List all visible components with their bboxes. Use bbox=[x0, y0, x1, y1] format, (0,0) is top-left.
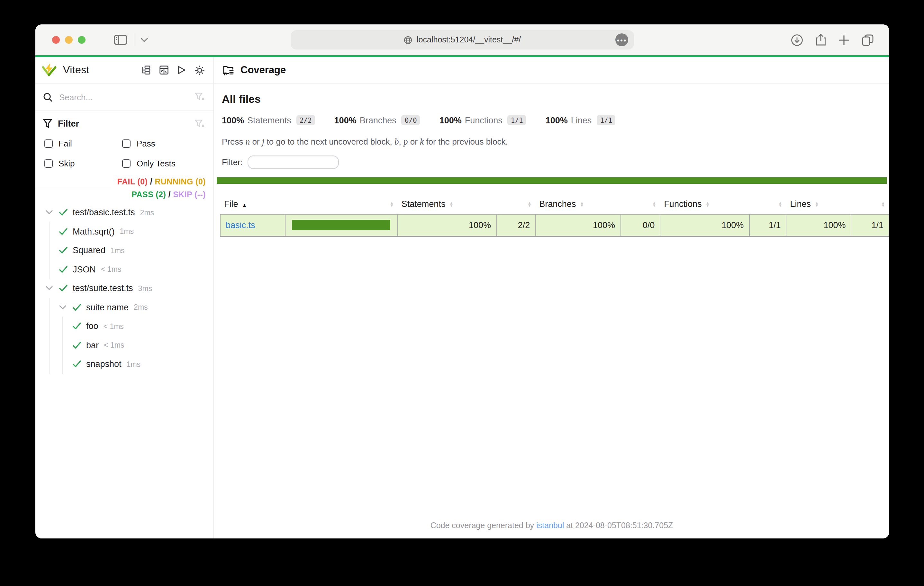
coverage-icon bbox=[223, 64, 234, 76]
group-by-tree-icon[interactable] bbox=[142, 66, 150, 74]
sort-icon: ▲▼ bbox=[778, 202, 782, 207]
tree-item-file[interactable]: test/basic.test.ts 2ms bbox=[46, 203, 213, 222]
duration-label: 2ms bbox=[134, 304, 148, 311]
chevron-down-icon[interactable] bbox=[46, 286, 54, 291]
tab-overview-icon[interactable] bbox=[861, 34, 874, 46]
pass-check-icon bbox=[59, 228, 68, 235]
sidebar-toggle-icon[interactable] bbox=[114, 35, 127, 45]
stat-branches: 100% Branches 0/0 bbox=[334, 115, 420, 125]
chevron-down-icon[interactable] bbox=[59, 305, 68, 310]
coverage-chart-cell bbox=[285, 214, 398, 236]
tree-item-suite[interactable]: suite name 2ms bbox=[46, 298, 213, 317]
duration-label: 3ms bbox=[138, 285, 152, 292]
pass-check-icon bbox=[73, 304, 81, 311]
istanbul-link[interactable]: istanbul bbox=[536, 521, 564, 530]
filter-funnel-icon bbox=[43, 119, 52, 128]
chevron-down-icon[interactable] bbox=[46, 211, 54, 215]
filter-checkbox-fail[interactable]: Fail bbox=[45, 139, 122, 148]
file-link[interactable]: basic.ts bbox=[226, 221, 255, 230]
coverage-status-bar bbox=[217, 177, 887, 184]
column-header-branches-frac[interactable]: ▲▼ bbox=[620, 193, 660, 214]
file-cell: basic.ts bbox=[220, 214, 285, 236]
filter-checkbox-only-tests[interactable]: Only Tests bbox=[122, 159, 205, 168]
dashboard-icon[interactable] bbox=[160, 66, 168, 74]
pass-count: PASS (2) bbox=[132, 190, 166, 199]
filter-checkbox-pass[interactable]: Pass bbox=[122, 139, 205, 148]
statements-frac-cell: 2/2 bbox=[497, 214, 535, 236]
functions-pct-cell: 100% bbox=[660, 214, 749, 236]
filter-label: Filter: bbox=[222, 157, 243, 167]
fraction-badge: 0/0 bbox=[401, 115, 420, 125]
coverage-filter-input[interactable] bbox=[247, 155, 338, 169]
sort-icon: ▲▼ bbox=[705, 202, 710, 207]
column-header-chart[interactable]: ▲▼ bbox=[285, 193, 398, 214]
share-icon[interactable] bbox=[815, 33, 826, 46]
checkbox[interactable] bbox=[122, 160, 131, 168]
pass-check-icon bbox=[59, 209, 68, 216]
minimize-window-button[interactable] bbox=[65, 36, 73, 44]
toolbar-separator bbox=[134, 33, 134, 46]
run-all-icon[interactable] bbox=[177, 66, 186, 74]
fraction-badge: 1/1 bbox=[597, 115, 615, 125]
column-header-branches[interactable]: Branches▲▼ bbox=[535, 193, 620, 214]
pass-check-icon bbox=[59, 266, 68, 273]
sort-icon: ▲▼ bbox=[652, 202, 657, 207]
functions-frac-cell: 1/1 bbox=[749, 214, 786, 236]
checkbox[interactable] bbox=[45, 140, 53, 148]
tree-item-test[interactable]: foo < 1ms bbox=[46, 317, 213, 336]
column-header-file[interactable]: File▲ bbox=[220, 193, 285, 214]
address-bar[interactable]: localhost:51204/__vitest__/#/ ●●● bbox=[290, 30, 634, 49]
pass-check-icon bbox=[73, 342, 81, 349]
checkbox[interactable] bbox=[45, 160, 53, 168]
tree-item-test[interactable]: snapshot 1ms bbox=[46, 355, 213, 374]
column-header-functions[interactable]: Functions▲▼ bbox=[660, 193, 749, 214]
column-header-functions-frac[interactable]: ▲▼ bbox=[749, 193, 786, 214]
zoom-window-button[interactable] bbox=[78, 36, 86, 44]
tree-item-test[interactable]: Math.sqrt() 1ms bbox=[46, 222, 213, 241]
stat-lines: 100% Lines 1/1 bbox=[546, 115, 615, 125]
report-heading: All files bbox=[222, 93, 889, 106]
keyboard-hint: Press n or j to go to the next uncovered… bbox=[222, 137, 889, 147]
tree-item-test[interactable]: Squared 1ms bbox=[46, 241, 213, 260]
browser-toolbar: localhost:51204/__vitest__/#/ ●●● bbox=[35, 25, 889, 55]
tab-title: Coverage bbox=[241, 64, 286, 76]
sort-ascending-icon: ▲ bbox=[242, 202, 247, 208]
column-header-statements[interactable]: Statements▲▼ bbox=[398, 193, 497, 214]
duration-label: < 1ms bbox=[101, 266, 121, 273]
duration-label: 1ms bbox=[127, 360, 140, 368]
globe-icon bbox=[404, 36, 412, 44]
coverage-panel: Coverage All files 100% Statements 2/2 1… bbox=[214, 57, 889, 538]
clear-filter-icon[interactable] bbox=[195, 92, 205, 102]
branches-frac-cell: 0/0 bbox=[620, 214, 660, 236]
column-header-lines-frac[interactable]: ▲▼ bbox=[851, 193, 889, 214]
test-explorer-tree: test/basic.test.ts 2ms Math.sqrt() 1ms bbox=[35, 202, 213, 374]
close-window-button[interactable] bbox=[52, 36, 60, 44]
page-settings-button[interactable]: ●●● bbox=[615, 33, 628, 46]
filter-checkbox-skip[interactable]: Skip bbox=[45, 159, 122, 168]
sort-icon: ▲▼ bbox=[389, 202, 394, 207]
clear-filter-icon[interactable] bbox=[195, 119, 205, 128]
coverage-fill-bar bbox=[292, 220, 390, 230]
fraction-badge: 1/1 bbox=[508, 115, 526, 125]
downloads-icon[interactable] bbox=[791, 34, 803, 46]
table-header-row: File▲ ▲▼ Statements▲▼ ▲▼ Branches▲▼ bbox=[220, 193, 889, 214]
new-tab-icon[interactable] bbox=[838, 35, 850, 45]
pass-check-icon bbox=[73, 361, 81, 368]
url-text: localhost:51204/__vitest__/#/ bbox=[417, 35, 521, 44]
chevron-down-icon[interactable] bbox=[141, 38, 148, 42]
column-header-lines[interactable]: Lines▲▼ bbox=[786, 193, 851, 214]
tree-item-test[interactable]: JSON < 1ms bbox=[46, 260, 213, 279]
checkbox[interactable] bbox=[122, 140, 131, 148]
tree-item-file[interactable]: test/suite.test.ts 3ms bbox=[46, 279, 213, 298]
column-header-statements-frac[interactable]: ▲▼ bbox=[497, 193, 535, 214]
pass-check-icon bbox=[73, 323, 81, 330]
skip-count: SKIP (--) bbox=[173, 190, 206, 199]
branches-pct-cell: 100% bbox=[535, 214, 620, 236]
pass-check-icon bbox=[59, 247, 68, 254]
filter-section: Filter Fail Pass bbox=[35, 111, 213, 171]
search-input[interactable] bbox=[59, 92, 195, 102]
tree-item-test[interactable]: bar < 1ms bbox=[46, 336, 213, 355]
theme-toggle-sun-icon[interactable] bbox=[195, 65, 205, 75]
coverage-table: File▲ ▲▼ Statements▲▼ ▲▼ Branches▲▼ bbox=[220, 193, 889, 237]
duration-label: 1ms bbox=[120, 228, 134, 235]
